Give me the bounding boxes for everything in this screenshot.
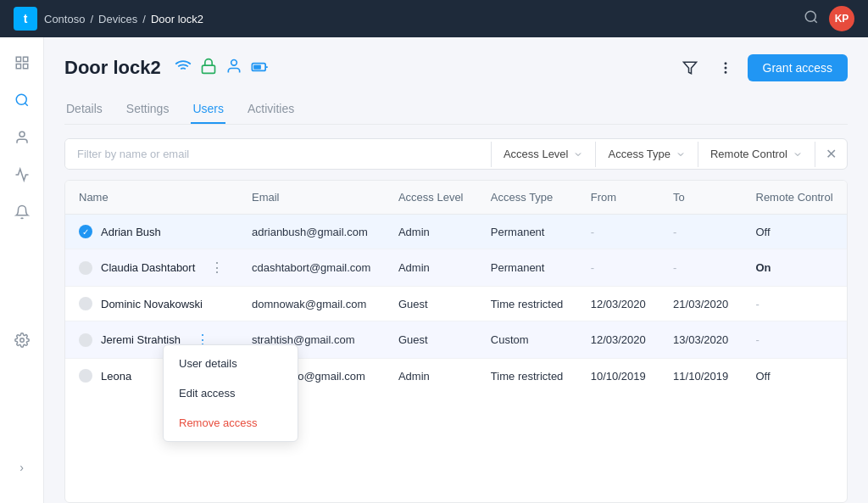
cell-to: 11/10/2019	[659, 359, 742, 394]
row-status-indicator	[79, 333, 92, 347]
svg-rect-2	[16, 57, 20, 61]
cell-to: -	[659, 215, 742, 249]
access-level-dropdown[interactable]: Access Level	[492, 141, 596, 167]
device-status-icons	[175, 58, 270, 79]
cell-access-type: Permanent	[477, 249, 577, 287]
cell-from: 12/03/2020	[577, 287, 659, 321]
col-header-from: From	[577, 181, 659, 215]
cell-to: 21/03/2020	[659, 287, 742, 321]
svg-point-9	[19, 338, 24, 342]
breadcrumb-contoso[interactable]: Contoso	[44, 13, 85, 25]
row-status-indicator	[79, 297, 92, 310]
filter-icon-button[interactable]	[676, 54, 704, 81]
svg-rect-11	[202, 65, 214, 73]
filter-input[interactable]	[65, 139, 491, 169]
tab-details[interactable]: Details	[64, 95, 104, 124]
col-header-access-type: Access Type	[477, 181, 577, 215]
cell-email: adrianbush@gmail.com	[238, 215, 385, 249]
grant-access-button[interactable]: Grant access	[748, 54, 848, 81]
filter-close-button[interactable]: ✕	[815, 139, 847, 169]
access-type-dropdown[interactable]: Access Type	[596, 141, 697, 167]
user-name: Leona	[101, 370, 131, 383]
more-options-button[interactable]	[712, 54, 739, 81]
cell-access-type: Time restricted	[477, 287, 577, 321]
cell-remote: Off	[743, 215, 848, 249]
user-avatar[interactable]: KP	[829, 6, 854, 31]
sidebar-item-activity[interactable]	[7, 159, 37, 190]
wifi-icon	[175, 58, 192, 79]
page-tabs: Details Settings Users Activities	[64, 95, 848, 125]
col-header-email: Email	[238, 181, 385, 215]
col-header-to: To	[659, 181, 742, 215]
context-menu-edit-access[interactable]: Edit access	[164, 378, 298, 408]
tab-users[interactable]: Users	[191, 95, 225, 124]
svg-rect-3	[23, 57, 27, 61]
tab-activities[interactable]: Activities	[246, 95, 296, 124]
context-menu-remove-access[interactable]: Remove access	[164, 408, 298, 438]
main-content: Door lock2	[44, 37, 868, 503]
row-status-indicator: ✓	[79, 225, 92, 238]
cell-from: 10/10/2019	[577, 359, 659, 394]
cell-to: -	[659, 249, 742, 287]
sidebar: ›	[0, 37, 44, 503]
svg-point-8	[19, 131, 25, 137]
cell-access-type: Permanent	[477, 215, 577, 249]
search-icon[interactable]	[804, 9, 819, 28]
svg-point-6	[16, 94, 26, 104]
breadcrumb: Contoso / Devices / Door lock2	[44, 13, 203, 25]
cell-remote: On	[743, 249, 848, 287]
table-row: Dominic Novakowski domnowak@gmail.com Gu…	[65, 287, 847, 321]
svg-line-1	[814, 20, 816, 22]
svg-line-7	[25, 103, 27, 105]
cell-from: 12/03/2020	[577, 321, 659, 359]
remote-control-dropdown[interactable]: Remote Control	[698, 141, 815, 167]
cell-to: 13/03/2020	[659, 321, 742, 359]
cell-from: -	[577, 215, 659, 249]
users-table: Name Email Access Level Access Type From…	[64, 180, 848, 503]
svg-point-0	[805, 11, 815, 21]
sidebar-item-gear[interactable]	[7, 325, 37, 355]
svg-point-12	[231, 59, 236, 65]
svg-point-17	[725, 67, 726, 69]
cell-access-level: Guest	[385, 321, 477, 359]
cell-access-level: Admin	[385, 215, 477, 249]
svg-rect-5	[23, 64, 27, 69]
cell-name: ✓ Adrian Bush	[65, 215, 238, 249]
cell-remote: -	[743, 287, 848, 321]
tab-settings[interactable]: Settings	[125, 95, 171, 124]
cell-from: -	[577, 249, 659, 287]
sidebar-item-grid[interactable]	[7, 48, 37, 78]
context-menu-user-details[interactable]: User details	[164, 349, 298, 378]
breadcrumb-device: Door lock2	[151, 13, 203, 25]
remote-control-label: Remote Control	[710, 148, 787, 160]
col-header-access-level: Access Level	[385, 181, 477, 215]
sidebar-item-bell[interactable]	[7, 197, 37, 227]
cell-access-type: Time restricted	[477, 359, 577, 394]
access-type-label: Access Type	[608, 148, 670, 160]
cell-remote: -	[743, 321, 848, 359]
page-title: Door lock2	[64, 57, 161, 79]
lock-icon	[200, 58, 217, 79]
cell-access-level: Guest	[385, 287, 477, 321]
svg-marker-15	[683, 62, 696, 74]
breadcrumb-devices[interactable]: Devices	[98, 13, 137, 25]
user-name: Claudia Dashtabort	[101, 261, 195, 274]
sidebar-expand-button[interactable]: ›	[7, 452, 37, 483]
topbar: t Contoso / Devices / Door lock2 KP	[0, 0, 868, 37]
user-circle-icon	[225, 58, 242, 79]
battery-icon	[251, 59, 270, 77]
main-layout: › Door lock2	[0, 37, 868, 503]
sidebar-item-search[interactable]	[7, 85, 37, 115]
row-status-indicator	[79, 261, 92, 275]
context-menu: User details Edit access Remove access	[163, 344, 298, 442]
sidebar-item-person[interactable]	[7, 122, 37, 153]
cell-access-type: Custom	[477, 321, 577, 359]
svg-rect-4	[16, 64, 20, 69]
row-more-icon[interactable]: ⋮	[210, 260, 224, 276]
cell-email: cdashtabort@gmail.com	[238, 249, 385, 287]
page-header: Door lock2	[64, 54, 848, 81]
access-level-label: Access Level	[504, 148, 569, 160]
col-header-name: Name	[65, 181, 238, 215]
page-actions: Grant access	[676, 54, 848, 81]
svg-rect-14	[253, 64, 261, 69]
